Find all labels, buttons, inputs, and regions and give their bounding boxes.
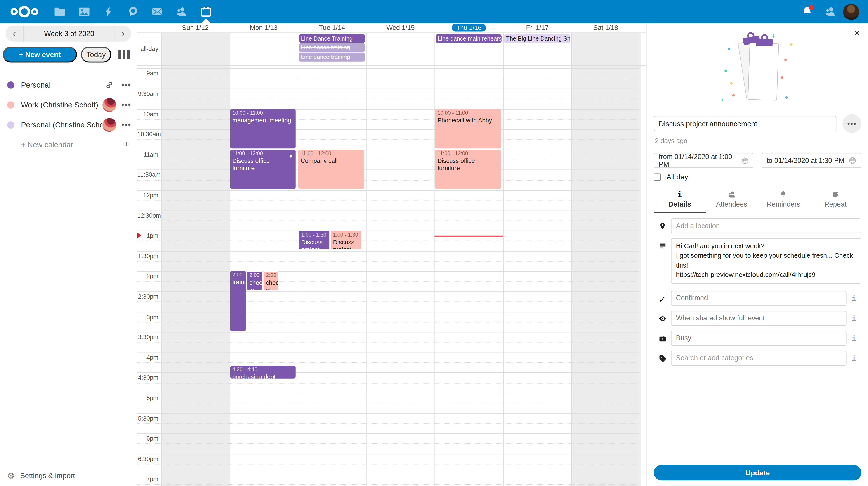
time-grid[interactable]: 9am9:30am10am10:30am11am11:30am12pm12:30…: [137, 66, 647, 486]
visibility-info-icon[interactable]: i: [846, 314, 861, 322]
slot-line: [137, 433, 639, 434]
freebusy-info-icon[interactable]: i: [846, 334, 861, 342]
all-day-checkbox[interactable]: [654, 174, 661, 181]
categories-info-icon[interactable]: i: [846, 354, 861, 362]
files-app-icon[interactable]: [48, 0, 72, 23]
time-label: 1:30pm: [137, 253, 158, 259]
event-actions-button[interactable]: •••: [842, 114, 861, 133]
tab-label: Details: [669, 201, 691, 208]
calendar-menu-icon[interactable]: •••: [121, 120, 131, 129]
day-header-7[interactable]: Sat 1/18: [571, 23, 640, 32]
calendar-event[interactable]: 1:00 - 1:30Discuss project: [330, 231, 362, 250]
freebusy-select[interactable]: Busy: [671, 331, 846, 345]
tab-attendees[interactable]: Attendees: [706, 188, 758, 213]
new-calendar-button[interactable]: + New calendar +: [0, 135, 137, 154]
slot-line: [137, 332, 639, 332]
previous-week-button[interactable]: ‹: [5, 26, 24, 41]
categories-input[interactable]: [672, 354, 846, 362]
all-day-event[interactable]: Line dance training: [299, 44, 365, 52]
event-start-field[interactable]: from 01/14/2020 at 1:00 PM: [654, 153, 753, 168]
contacts-menu-icon[interactable]: [819, 0, 842, 23]
calendar-menu-icon[interactable]: •••: [121, 100, 131, 109]
day-header-6[interactable]: Fri 1/17: [503, 23, 572, 32]
column-border: [229, 66, 230, 486]
slot-line: [137, 129, 639, 130]
all-day-event[interactable]: Line dance training: [299, 53, 365, 61]
calendar-event[interactable]: 4:20 - 4:40purchasing dept: [230, 366, 296, 378]
day-header-1[interactable]: Sun 1/12: [161, 23, 230, 32]
photos-app-icon[interactable]: [72, 0, 96, 23]
time-label: 3pm: [137, 313, 158, 320]
update-button[interactable]: Update: [654, 465, 861, 481]
day-header-4[interactable]: Wed 1/15: [366, 23, 435, 32]
contacts-app-icon[interactable]: [169, 0, 194, 23]
week-view-toggle-icon[interactable]: [119, 50, 129, 59]
tab-details[interactable]: iDetails: [654, 188, 706, 213]
slot-line: [137, 251, 639, 251]
calendar-event[interactable]: 10:00 - 11:00Phonecall with Abby: [435, 109, 501, 149]
event-time: 1:00 - 1:30: [301, 232, 327, 238]
calendar-event[interactable]: 11:00 - 12:00Company call: [298, 149, 364, 189]
user-avatar[interactable]: [843, 4, 859, 20]
tag-icon: [654, 354, 671, 362]
calendar-event[interactable]: 2:00 - 2:30check-in: [247, 271, 263, 290]
all-day-event[interactable]: Line Dance Training: [299, 34, 365, 43]
settings-import-button[interactable]: ⚙ Settings & import: [0, 465, 137, 486]
all-day-event[interactable]: The Big Line Dancing Show: [504, 34, 570, 43]
info-icon: i: [677, 190, 682, 198]
status-info-icon[interactable]: i: [846, 294, 861, 302]
day-header-row: Sun 1/12Mon 1/13Tue 1/14Wed 1/15Thu 1/16…: [137, 23, 647, 32]
day-header-3[interactable]: Tue 1/14: [298, 23, 366, 32]
location-pin-icon: [654, 222, 671, 230]
event-title: Company call: [301, 157, 362, 165]
slot-line: [137, 190, 639, 191]
event-time: 2:00 - 3:30: [232, 272, 244, 278]
all-day-label: all-day: [137, 33, 158, 65]
calendar-event[interactable]: 11:00 - 12:00Discuss office furniture: [230, 149, 296, 189]
talk-app-icon[interactable]: [121, 0, 145, 23]
nextcloud-logo-icon[interactable]: [10, 4, 39, 19]
new-event-button[interactable]: + New event: [3, 47, 77, 63]
calendar-event[interactable]: 2:00 - 3:30training: [230, 271, 246, 331]
close-icon[interactable]: ✕: [854, 29, 860, 37]
tab-reminders[interactable]: Reminders: [757, 188, 809, 213]
sidebar-calendar-3[interactable]: Personal (Christine Scho...•••: [0, 115, 137, 135]
timezone-globe-icon[interactable]: [741, 156, 748, 164]
column-border: [366, 33, 367, 65]
calendar-event[interactable]: 10:00 - 11:00management meeting: [230, 109, 296, 149]
event-title-input[interactable]: [654, 116, 836, 132]
location-input[interactable]: [672, 222, 861, 230]
calendar-menu-icon[interactable]: •••: [121, 80, 131, 89]
visibility-select[interactable]: When shared show full event: [671, 311, 846, 325]
week-label[interactable]: Week 3 of 2020: [24, 29, 115, 38]
mail-app-icon[interactable]: [145, 0, 169, 23]
all-day-row: all-day Line Dance TrainingLine dance tr…: [137, 32, 647, 66]
calendar-app-icon[interactable]: [194, 0, 218, 23]
all-day-event[interactable]: Line dance main rehearsal: [436, 34, 502, 43]
freebusy-row: Busy i: [654, 331, 861, 345]
day-header-2[interactable]: Mon 1/13: [229, 23, 298, 32]
event-time: 2:00 - 2:30: [266, 272, 276, 278]
calendar-event[interactable]: 2:00 - 2:30check-in: [263, 271, 279, 290]
event-start-value: from 01/14/2020 at 1:00 PM: [659, 153, 741, 168]
status-select[interactable]: Confirmed: [671, 291, 846, 306]
activity-app-icon[interactable]: [96, 0, 121, 23]
sidebar-calendar-1[interactable]: Personal•••: [0, 75, 137, 95]
tab-label: Attendees: [716, 201, 747, 208]
slot-line: [137, 149, 639, 150]
event-title: Discuss project announcement: [301, 239, 327, 250]
sidebar-calendar-2[interactable]: Work (Christine Schott)•••: [0, 95, 137, 115]
day-header-5[interactable]: Thu 1/16: [435, 23, 503, 32]
next-week-button[interactable]: ›: [115, 26, 131, 41]
calendar-event[interactable]: 1:00 - 1:30Discuss project announcement: [298, 231, 330, 250]
description-textarea[interactable]: Hi Carl! are you in next week? I got som…: [671, 238, 861, 284]
quarter-slot-line: [137, 382, 639, 383]
today-button[interactable]: Today: [81, 47, 112, 63]
event-end-field[interactable]: to 01/14/2020 at 1:30 PM: [762, 153, 862, 168]
notifications-bell-icon[interactable]: [796, 0, 819, 23]
share-link-icon[interactable]: [105, 81, 114, 89]
quarter-slot-line: [137, 261, 639, 261]
calendar-event[interactable]: 11:00 - 12:00Discuss office furniture: [435, 149, 501, 189]
tab-repeat[interactable]: Repeat: [809, 188, 862, 213]
timezone-globe-icon[interactable]: [848, 156, 856, 164]
